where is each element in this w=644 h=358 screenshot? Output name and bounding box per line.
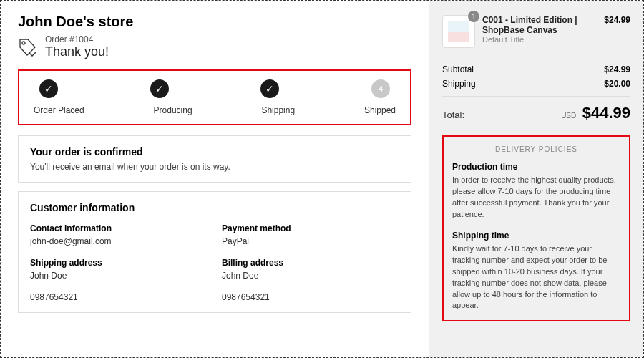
tag-icon xyxy=(18,37,36,57)
step-number: 4 xyxy=(371,79,390,98)
step-label: Shipping xyxy=(261,105,295,115)
subtotal-label: Subtotal xyxy=(442,64,474,74)
shipping-phone: 0987654321 xyxy=(30,292,208,302)
billing-phone: 0987654321 xyxy=(222,292,399,302)
product-variant: Default Title xyxy=(482,35,597,44)
total-label: Total: xyxy=(442,110,464,120)
contact-email: john-doe@gmail.com xyxy=(30,236,208,246)
step-label: Shipped xyxy=(364,105,396,115)
shipping-cost-label: Shipping xyxy=(442,79,476,89)
product-price: $24.99 xyxy=(604,15,630,48)
billing-name: John Doe xyxy=(222,271,399,281)
customer-info-panel: Customer information Contact information… xyxy=(18,191,411,313)
product-name: C001 - Limited Edition | ShopBase Canvas xyxy=(482,15,597,35)
order-confirmed-panel: Your order is confirmed You'll receive a… xyxy=(18,135,411,183)
payment-method: PayPal xyxy=(222,236,399,246)
total-currency: USD xyxy=(561,112,576,120)
cart-item: 1 C001 - Limited Edition | ShopBase Canv… xyxy=(442,15,630,48)
shipping-cost-value: $20.00 xyxy=(604,79,630,89)
check-icon: ✓ xyxy=(260,79,279,98)
shipping-time-title: Shipping time xyxy=(452,231,620,241)
customer-info-title: Customer information xyxy=(30,202,399,213)
step-producing: ✓ xyxy=(150,79,169,98)
step-label: Order Placed xyxy=(34,105,84,115)
step-shipped: 4 xyxy=(371,79,390,98)
thank-you-message: Thank you! xyxy=(45,44,109,59)
progress-tracker: ✓ ✓ ✓ 4 Order Placed Producing Shipping … xyxy=(18,69,411,125)
check-icon: ✓ xyxy=(39,79,58,98)
shipping-label: Shipping address xyxy=(30,258,208,268)
policies-header: DELIVERY POLICIES xyxy=(452,145,620,153)
check-icon: ✓ xyxy=(150,79,169,98)
billing-label: Billing address xyxy=(222,258,399,268)
quantity-badge: 1 xyxy=(468,11,479,22)
shipping-name: John Doe xyxy=(30,271,208,281)
subtotal-value: $24.99 xyxy=(604,64,630,74)
store-name: John Doe's store xyxy=(18,14,411,30)
order-number: Order #1004 xyxy=(45,34,109,44)
shipping-time-text: Kindly wait for 7-10 days to receive you… xyxy=(452,243,620,312)
confirm-text: You'll receive an email when your order … xyxy=(30,162,399,172)
production-time-title: Production time xyxy=(452,162,620,172)
divider xyxy=(442,57,630,57)
step-label: Producing xyxy=(154,105,192,115)
svg-point-0 xyxy=(22,42,25,44)
step-shipping: ✓ xyxy=(260,79,279,98)
total-amount: $44.99 xyxy=(582,104,630,122)
delivery-policies-panel: DELIVERY POLICIES Production time In ord… xyxy=(442,135,630,321)
product-thumbnail: 1 xyxy=(442,15,475,48)
step-order-placed: ✓ xyxy=(39,79,58,98)
production-time-text: In order to receive the highest quality … xyxy=(452,175,620,221)
divider xyxy=(442,96,630,97)
confirm-title: Your order is confirmed xyxy=(30,146,399,158)
contact-label: Contact information xyxy=(30,223,208,233)
payment-label: Payment method xyxy=(222,223,399,233)
